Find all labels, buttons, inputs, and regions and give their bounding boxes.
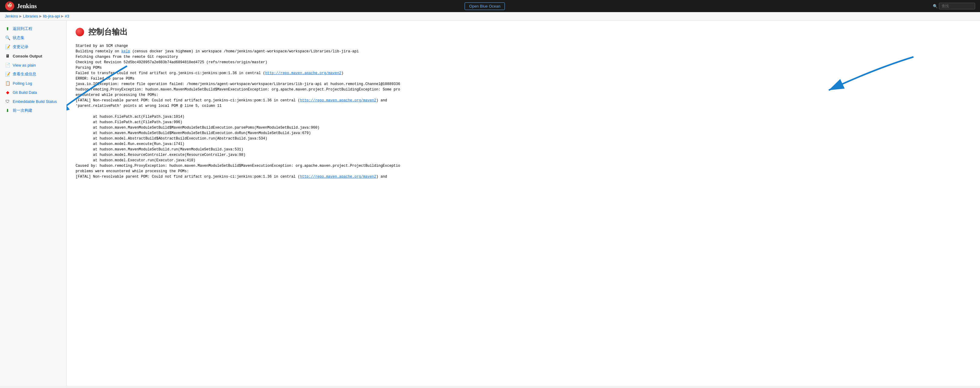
- sidebar-item-status-collection[interactable]: 🔍 状态集: [0, 33, 66, 42]
- sidebar-item-polling-log[interactable]: 📋 Polling Log: [0, 79, 66, 88]
- main-content: 控制台输出 Started by an SCM change Building …: [67, 21, 980, 386]
- search-status-icon: 🔍: [5, 35, 10, 41]
- sidebar-item-label: 查看生成信息: [13, 72, 36, 77]
- sidebar-item-change-log[interactable]: 📝 变更记录: [0, 42, 66, 51]
- sidebar-item-label: View as plain: [13, 63, 36, 67]
- sidebar-item-label: 变更记录: [13, 44, 29, 49]
- plain-text-icon: 📄: [5, 62, 10, 68]
- open-blue-ocean-button[interactable]: Open Blue Ocean: [465, 2, 505, 10]
- breadcrumb-libraries[interactable]: Libraries: [23, 14, 38, 18]
- sidebar-item-console-output[interactable]: 🖥 Console Output: [0, 51, 66, 61]
- maven-link-1[interactable]: http://repo.maven.apache.org/maven2: [265, 71, 342, 75]
- back-icon: ⬆: [5, 26, 10, 32]
- prev-icon: ⬇: [5, 108, 10, 113]
- sidebar: ⬆ 返回到工程 🔍 状态集 📝 变更记录 🖥 Console Output 📄 …: [0, 21, 67, 386]
- search-container: 🔍: [933, 3, 975, 10]
- sidebar-item-label: Git Build Data: [13, 90, 37, 95]
- page-title: 控制台输出: [88, 27, 128, 37]
- svg-rect-4: [8, 2, 10, 4]
- layout: ⬆ 返回到工程 🔍 状态集 📝 变更记录 🖥 Console Output 📄 …: [0, 21, 980, 386]
- sidebar-item-label: 返回到工程: [13, 26, 32, 32]
- header: Jenkins Open Blue Ocean 🔍: [0, 0, 980, 12]
- svg-point-1: [8, 3, 12, 7]
- breadcrumb-jenkins[interactable]: Jenkins: [5, 14, 18, 18]
- sidebar-item-label: Embeddable Build Status: [13, 99, 57, 104]
- sidebar-item-embeddable-build-status[interactable]: 🛡 Embeddable Build Status: [0, 97, 66, 106]
- maven-link-3[interactable]: http://repo.maven.apache.org/maven2: [300, 175, 376, 179]
- change-log-icon: 📝: [5, 44, 10, 49]
- polling-icon: 📋: [5, 80, 10, 86]
- page-title-row: 控制台输出: [76, 27, 971, 37]
- build-status-red-circle: [76, 28, 84, 36]
- search-input[interactable]: [939, 3, 975, 10]
- sidebar-item-label: 状态集: [13, 35, 24, 41]
- shield-icon: 🛡: [5, 99, 10, 104]
- jenkins-logo-icon: [5, 1, 14, 11]
- sidebar-item-label: Console Output: [13, 54, 42, 58]
- console-icon: 🖥: [5, 53, 10, 59]
- kelp-link[interactable]: kelp: [121, 49, 130, 54]
- sidebar-item-label: Polling Log: [13, 81, 32, 86]
- svg-point-2: [8, 4, 10, 5]
- info-icon: 📝: [5, 72, 10, 77]
- header-logo: Jenkins: [5, 1, 37, 11]
- sidebar-item-back-to-project[interactable]: ⬆ 返回到工程: [0, 24, 66, 33]
- breadcrumb-build-number[interactable]: #3: [65, 14, 69, 18]
- svg-point-3: [10, 4, 11, 5]
- sidebar-item-generated-info[interactable]: 📝 查看生成信息: [0, 70, 66, 79]
- search-icon: 🔍: [933, 4, 938, 8]
- header-title: Jenkins: [17, 3, 37, 10]
- breadcrumb-sep-1: ▶: [19, 14, 22, 18]
- breadcrumb-sep-2: ▶: [39, 14, 42, 18]
- sidebar-item-label: 前一次构建: [13, 108, 32, 113]
- sidebar-item-prev-build[interactable]: ⬇ 前一次构建: [0, 106, 66, 115]
- sidebar-item-git-build-data[interactable]: ◆ Git Build Data: [0, 88, 66, 97]
- breadcrumb-lib-jira-api[interactable]: lib-jira-api: [43, 14, 60, 18]
- breadcrumb: Jenkins ▶ Libraries ▶ lib-jira-api ▶ #3: [0, 12, 980, 21]
- console-output-text: Started by an SCM change Building remote…: [76, 43, 971, 179]
- git-icon: ◆: [5, 89, 10, 95]
- maven-link-2[interactable]: http://repo.maven.apache.org/maven2: [300, 98, 376, 102]
- sidebar-item-view-as-plain[interactable]: 📄 View as plain: [0, 61, 66, 70]
- breadcrumb-sep-3: ▶: [61, 14, 64, 18]
